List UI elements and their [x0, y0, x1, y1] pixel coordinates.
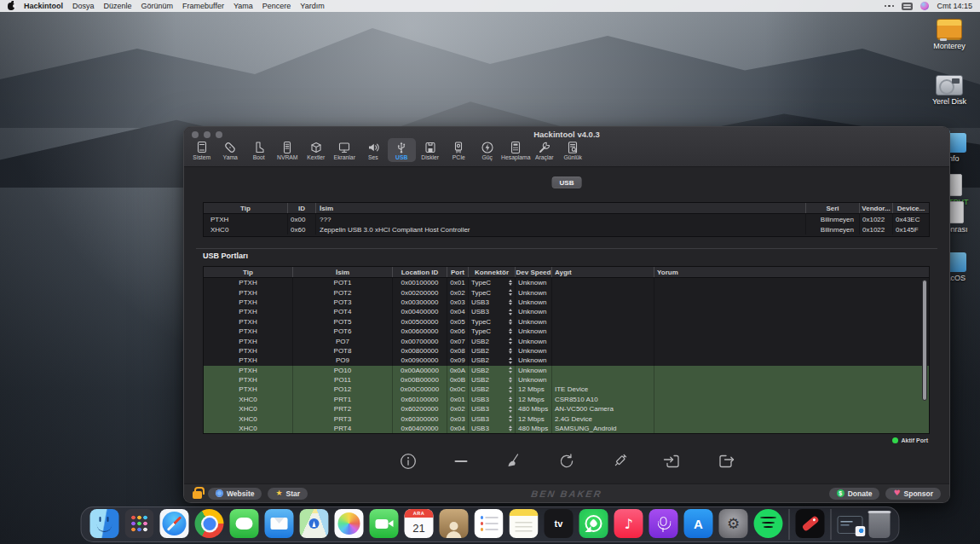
dock-icon-photos[interactable]	[335, 509, 364, 538]
cell-konnektor[interactable]: USB3	[469, 307, 516, 316]
clear-ports-button[interactable]	[503, 450, 525, 472]
apple-menu-icon[interactable]	[8, 3, 14, 10]
dock-icon-reminders[interactable]	[475, 509, 504, 538]
connector-stepper-icon[interactable]	[509, 357, 512, 364]
desktop-icon-yerel-disk[interactable]: Yerel Disk	[925, 75, 973, 106]
dock-icon-mail[interactable]	[265, 509, 294, 538]
cell-konnektor[interactable]: TypeC	[469, 327, 516, 336]
connector-stepper-icon[interactable]	[509, 280, 512, 286]
tab-diskler[interactable]: Diskler	[416, 138, 445, 162]
tab-g-nl-k[interactable]: Günlük	[559, 138, 588, 162]
port-row[interactable]: PTXHPO110x00B000000x0BUSB2Unknown	[204, 375, 929, 385]
dock-icon-tv[interactable]: tv	[545, 509, 574, 538]
port-row[interactable]: XHC0PRT40x604000000x04USB3480 MbpsSAMSUN…	[204, 424, 929, 433]
close-button[interactable]	[192, 131, 199, 138]
dock-icon-whatsapp[interactable]	[579, 509, 608, 538]
star-button[interactable]: ★ Star	[268, 488, 308, 500]
port-row[interactable]: PTXHPOT20x002000000x02TypeCUnknown	[204, 287, 929, 297]
column-header-konnekt-r[interactable]: Konnektör	[469, 267, 516, 277]
connector-stepper-icon[interactable]	[509, 415, 512, 422]
port-row[interactable]: XHC0PRT20x602000000x02USB3480 MbpsAN-VC5…	[204, 404, 929, 414]
tab-pcie[interactable]: PCIe	[445, 138, 474, 162]
info-button[interactable]	[397, 450, 419, 472]
desktop-icon-monterey[interactable]: Monterey	[925, 19, 973, 50]
connector-stepper-icon[interactable]	[509, 338, 512, 344]
tab-hesaplama[interactable]: Hesaplama	[502, 138, 531, 162]
cell-konnektor[interactable]: USB2	[469, 356, 516, 365]
menu-g-r-n-m[interactable]: Görünüm	[141, 2, 174, 10]
port-row[interactable]: XHC0PRT10x601000000x01USB312 MbpsCSR8510…	[204, 395, 929, 404]
connector-stepper-icon[interactable]	[509, 328, 512, 335]
cell-konnektor[interactable]: USB2	[469, 375, 516, 385]
dock-icon-launchpad[interactable]	[125, 509, 154, 538]
remove-port-button[interactable]	[450, 450, 472, 472]
column-header-id[interactable]: ID	[288, 203, 316, 213]
port-row[interactable]: PTXHPOT50x005000000x05TypeCUnknown	[204, 317, 929, 327]
lock-icon[interactable]	[193, 491, 202, 499]
dock-icon-finder[interactable]	[90, 509, 119, 538]
connector-stepper-icon[interactable]	[509, 309, 512, 315]
dock-icon-hackintool[interactable]	[796, 509, 825, 538]
menu-bar-clock[interactable]: Cmt 14:15	[937, 2, 972, 10]
column-header-location-id[interactable]: Location ID	[393, 267, 447, 277]
dock-icon-podcasts[interactable]	[649, 509, 678, 538]
menu-pencere[interactable]: Pencere	[262, 2, 291, 10]
siri-icon[interactable]	[920, 2, 929, 10]
column-header-tip[interactable]: Tip	[204, 267, 293, 277]
tab-ses[interactable]: Ses	[359, 138, 388, 162]
connector-stepper-icon[interactable]	[509, 289, 512, 296]
column-header-dev-speed[interactable]: Dev Speed	[516, 267, 552, 277]
column-header-tip[interactable]: Tip	[204, 203, 288, 213]
dock-icon-calendar[interactable]: ARA21	[405, 509, 434, 538]
dock-icon-messages[interactable]	[230, 509, 259, 538]
dock-icon-chrome[interactable]	[195, 509, 224, 538]
cell-konnektor[interactable]: USB3	[469, 414, 516, 423]
cell-konnektor[interactable]: USB2	[469, 366, 516, 375]
port-row[interactable]: PTXHPOT10x001000000x01TypeCUnknown	[204, 278, 929, 287]
refresh-button[interactable]	[556, 450, 578, 472]
cell-konnektor[interactable]: USB2	[469, 336, 516, 345]
menu-dosya[interactable]: Dosya	[72, 2, 95, 10]
menu-framebuffer[interactable]: Framebuffer	[182, 2, 224, 10]
donate-button[interactable]: $ Donate	[829, 488, 880, 500]
connector-stepper-icon[interactable]	[509, 348, 512, 355]
menu-d-zenle[interactable]: Düzenle	[104, 2, 132, 10]
dock-icon-facetime[interactable]	[370, 509, 399, 538]
cell-konnektor[interactable]: USB3	[469, 395, 516, 404]
dock-icon-safari[interactable]	[160, 509, 189, 538]
cell-konnektor[interactable]: USB3	[469, 424, 516, 433]
tab-nvram[interactable]: NVRAM	[274, 138, 303, 162]
usb-segment-button[interactable]: USB	[552, 177, 582, 188]
connector-stepper-icon[interactable]	[509, 386, 512, 393]
port-row[interactable]: PTXHPO100x00A000000x0AUSB2Unknown	[204, 366, 929, 375]
dock-icon-appstore[interactable]: A	[684, 509, 713, 538]
dock-icon-notes[interactable]	[510, 509, 539, 538]
column-header-port[interactable]: Port	[447, 267, 469, 277]
minimize-button[interactable]	[204, 131, 210, 138]
controller-row[interactable]: XHC00x60Zeppelin USB 3.0 xHCI Compliant …	[204, 224, 929, 234]
website-button[interactable]: Website	[208, 488, 262, 500]
connector-stepper-icon[interactable]	[509, 396, 512, 403]
dock-icon-minimized-window[interactable]	[838, 516, 863, 534]
dock-icon-spotify[interactable]	[754, 509, 783, 538]
connector-stepper-icon[interactable]	[509, 406, 512, 413]
tab-kextler[interactable]: Kextler	[302, 138, 331, 162]
column-header-yorum[interactable]: Yorum	[654, 267, 929, 277]
cell-konnektor[interactable]: USB2	[469, 346, 516, 356]
scrollbar-thumb[interactable]	[922, 280, 927, 401]
tab-boot[interactable]: Boot	[245, 138, 274, 162]
input-switcher-icon[interactable]	[902, 3, 913, 10]
port-row[interactable]: PTXHPO70x007000000x07USB2Unknown	[204, 336, 929, 345]
sponsor-button[interactable]: ♥ Sponsor	[885, 488, 941, 500]
connector-stepper-icon[interactable]	[509, 425, 512, 432]
tab-usb[interactable]: USB	[388, 138, 417, 162]
dock-icon-music[interactable]: ♪	[614, 509, 643, 538]
column-header-i-sim[interactable]: İsim	[316, 203, 806, 213]
menu-yard-m[interactable]: Yardım	[300, 2, 324, 10]
tab-ekranlar[interactable]: Ekranlar	[331, 138, 360, 162]
app-menu[interactable]: Hackintool	[24, 2, 63, 10]
dock-icon-contacts[interactable]	[440, 509, 469, 538]
cell-konnektor[interactable]: TypeC	[469, 287, 516, 297]
port-row[interactable]: PTXHPOT40x004000000x04USB3Unknown	[204, 307, 929, 316]
column-header-i-sim[interactable]: İsim	[293, 267, 393, 277]
